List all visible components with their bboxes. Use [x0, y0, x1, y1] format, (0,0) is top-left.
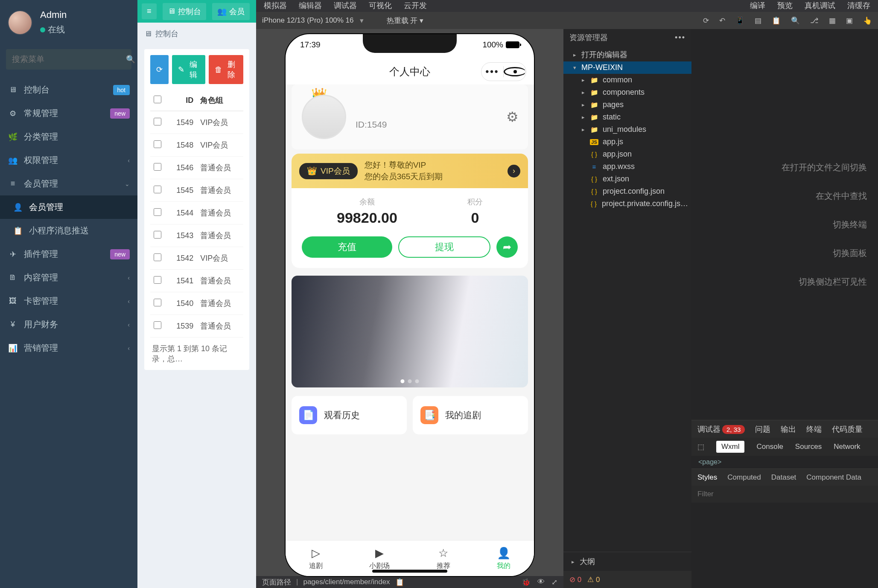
table-row[interactable]: 1540普通会员 — [150, 292, 243, 315]
user-avatar[interactable] — [302, 95, 346, 139]
tab-item[interactable]: ☆推荐 — [437, 547, 450, 571]
capsule-menu-icon[interactable]: ••• — [481, 66, 504, 77]
share-icon[interactable]: ➦ — [496, 236, 518, 258]
refresh-icon[interactable]: ⟳ — [703, 16, 709, 25]
menu-preview[interactable]: 预览 — [777, 0, 793, 11]
sidebar-item[interactable]: 🗎内容管理‹ — [0, 266, 137, 289]
file-app-wxss[interactable]: ≡app.wxss — [563, 160, 691, 173]
copy-icon[interactable]: 📋 — [772, 16, 781, 25]
inspect-icon[interactable]: ⬚ — [697, 442, 704, 451]
tab-output[interactable]: 输出 — [781, 424, 796, 434]
sidebar-item[interactable]: 👥权限管理‹ — [0, 148, 137, 172]
delete-button[interactable]: 🗑 删除 — [209, 55, 243, 84]
menu-cloud[interactable]: 云开发 — [404, 0, 427, 11]
avatar[interactable] — [8, 10, 32, 35]
table-row[interactable]: 1539普通会员 — [150, 315, 243, 338]
row-checkbox[interactable] — [154, 186, 161, 193]
gesture-icon[interactable]: 👆 — [863, 16, 872, 25]
file-app-json[interactable]: { }app.json — [563, 148, 691, 160]
select-all-checkbox[interactable] — [154, 96, 161, 103]
tab-code-quality[interactable]: 代码质量 — [832, 424, 863, 434]
sidebar-item[interactable]: 🖥控制台hot — [0, 78, 137, 102]
back-icon[interactable]: ↶ — [719, 16, 725, 25]
hot-reload[interactable]: 热重载 开 ▾ — [387, 16, 423, 26]
table-row[interactable]: 1542VIP会员 — [150, 247, 243, 270]
tab-dataset[interactable]: Dataset — [771, 473, 796, 482]
row-checkbox[interactable] — [154, 118, 161, 125]
table-row[interactable]: 1541普通会员 — [150, 270, 243, 292]
search-icon[interactable]: 🔍 — [119, 55, 137, 64]
open-editors[interactable]: ▸打开的编辑器 — [563, 48, 691, 61]
table-row[interactable]: 1548VIP会员 — [150, 134, 243, 157]
tab-wxml[interactable]: Wxml — [716, 441, 744, 453]
sidebar-item[interactable]: ⚙常规管理new — [0, 102, 137, 125]
banner[interactable] — [292, 276, 528, 387]
folder-uni-modules[interactable]: ▸📁uni_modules — [563, 123, 691, 136]
tab-console[interactable]: Console — [756, 442, 783, 451]
expand-icon[interactable]: ⤢ — [551, 578, 557, 587]
search-ide-icon[interactable]: 🔍 — [791, 16, 800, 25]
tab-debugger[interactable]: 调试器2, 33 — [697, 424, 745, 434]
tab-dashboard[interactable]: 🖥 控制台 — [163, 3, 206, 20]
tab-sources[interactable]: Sources — [795, 442, 822, 451]
error-count-icon[interactable]: ⊘ 0 — [569, 575, 581, 584]
outline-section[interactable]: ▸大纲 — [563, 552, 691, 571]
branch-icon[interactable]: ⎇ — [810, 16, 819, 25]
sidebar-item[interactable]: 👤会员管理 — [0, 195, 137, 219]
sidebar-item[interactable]: ✈插件管理new — [0, 242, 137, 266]
menu-editor[interactable]: 编辑器 — [299, 0, 322, 11]
eye-icon[interactable]: 👁 — [537, 578, 545, 587]
menu-visual[interactable]: 可视化 — [369, 0, 392, 11]
row-checkbox[interactable] — [154, 321, 161, 329]
folder-pages[interactable]: ▸📁pages — [563, 99, 691, 111]
app-capsule[interactable]: ••• — [481, 62, 526, 81]
tab-item[interactable]: ▶小剧场 — [369, 547, 390, 571]
vip-bar[interactable]: 👑 VIP会员 您好！尊敬的VIP 您的会员365天后到期 › — [292, 154, 528, 188]
tab-item[interactable]: 👤我的 — [497, 547, 510, 571]
panel-more-icon[interactable]: ••• — [675, 33, 685, 42]
sidebar-item[interactable]: 🖼卡密管理‹ — [0, 289, 137, 313]
row-checkbox[interactable] — [154, 140, 161, 148]
menu-simulator[interactable]: 模拟器 — [264, 0, 287, 11]
table-row[interactable]: 1546普通会员 — [150, 157, 243, 179]
chevron-right-icon[interactable]: › — [508, 165, 520, 178]
window-icon[interactable]: ▣ — [846, 16, 853, 25]
styles-filter-input[interactable] — [691, 486, 878, 503]
folder-components[interactable]: ▸📁components — [563, 86, 691, 99]
folder-common[interactable]: ▸📁common — [563, 74, 691, 86]
table-row[interactable]: 1544普通会员 — [150, 202, 243, 224]
tile-history[interactable]: 📄观看历史 — [292, 396, 407, 434]
table-row[interactable]: 1543普通会员 — [150, 224, 243, 247]
sidebar-item[interactable]: 📊营销管理‹ — [0, 336, 137, 360]
tab-member[interactable]: 👥 会员 — [212, 3, 250, 20]
row-checkbox[interactable] — [154, 253, 161, 261]
menu-compile[interactable]: 编译 — [750, 0, 765, 11]
capsule-close-icon[interactable] — [504, 67, 526, 76]
tab-network[interactable]: Network — [834, 442, 860, 451]
tab-computed[interactable]: Computed — [727, 473, 761, 482]
table-row[interactable]: 1545普通会员 — [150, 179, 243, 202]
refresh-button[interactable]: ⟳ — [150, 55, 169, 84]
tile-follow[interactable]: 📑我的追剧 — [413, 396, 528, 434]
tab-issues[interactable]: 问题 — [755, 424, 770, 434]
sidebar-item[interactable]: 📋小程序消息推送 — [0, 219, 137, 242]
row-checkbox[interactable] — [154, 276, 161, 284]
table-row[interactable]: 1549VIP会员 — [150, 111, 243, 134]
row-checkbox[interactable] — [154, 299, 161, 306]
file-project-private[interactable]: { }project.private.config.js… — [563, 198, 691, 210]
bug-icon[interactable]: 🐞 — [522, 578, 531, 587]
tab-styles[interactable]: Styles — [697, 473, 717, 482]
tab-terminal[interactable]: 终端 — [806, 424, 822, 434]
hamburger-icon[interactable]: ≡ — [142, 3, 157, 19]
edit-button[interactable]: ✎ 编辑 — [172, 55, 205, 84]
device-selector[interactable]: iPhone 12/13 (Pro) 100% 16 — [262, 16, 354, 25]
menu-real-device[interactable]: 真机调试 — [805, 0, 835, 11]
row-checkbox[interactable] — [154, 231, 161, 239]
tab-item[interactable]: ▷追剧 — [309, 547, 323, 571]
copy-path-icon[interactable]: 📋 — [395, 578, 404, 587]
col-id[interactable]: ID — [167, 90, 197, 111]
withdraw-button[interactable]: 提现 — [398, 236, 490, 258]
sidebar-item[interactable]: ¥用户财务‹ — [0, 313, 137, 336]
menu-debugger[interactable]: 调试器 — [334, 0, 357, 11]
row-checkbox[interactable] — [154, 208, 161, 216]
